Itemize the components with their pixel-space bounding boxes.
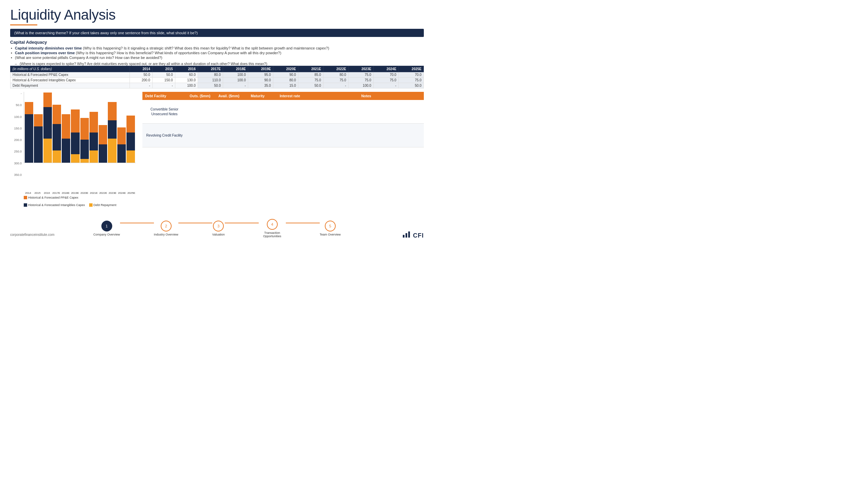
- table-header-2017e: 2017E: [198, 66, 223, 72]
- table-cell: 100.0: [223, 72, 248, 78]
- chart-x-label: 2021E: [90, 191, 98, 195]
- table-cell: -: [323, 83, 348, 88]
- debt-section: Debt Facility Outs. ($mm) Avail. ($mm) M…: [142, 92, 424, 207]
- main-content: 350.0300.0250.0200.0150.0100.050.0- 2014…: [10, 92, 424, 207]
- website-url: corporatefinanceinstitute.com: [10, 233, 55, 237]
- table-header-2025e: 2025E: [398, 66, 423, 72]
- bar-group: [108, 78, 116, 163]
- table-cell: -: [152, 83, 175, 88]
- bar-debt: [71, 154, 79, 163]
- debt-rows: Convertible Senior Unsecured NotesRevolv…: [142, 100, 424, 147]
- bullet-item-1: Capital intensity diminishes over time (…: [10, 46, 424, 50]
- bar-ppe: [53, 105, 61, 124]
- bullet-list: Capital intensity diminishes over time (…: [10, 46, 424, 60]
- debt-cell-outs: [186, 134, 214, 138]
- table-cell: 35.0: [248, 83, 273, 88]
- nav-line: [120, 223, 154, 223]
- chart-x-label: 2024E: [118, 191, 126, 195]
- table-cell: 75.0: [298, 78, 323, 83]
- table-header-2014: 2014: [130, 66, 152, 72]
- bullet-item-3: (What are some potential pitfalls Compan…: [10, 56, 424, 60]
- chart-x-label: 2015: [33, 191, 42, 195]
- debt-cell-facility: Revolving Credit Facility: [142, 131, 186, 140]
- nav-step-3: 4Transaction Opportunities: [259, 219, 286, 238]
- chart-x-label: 2018E: [61, 191, 70, 195]
- table-cell: 100.0: [223, 78, 248, 83]
- table-header-2024e: 2024E: [373, 66, 398, 72]
- chart-x-label: 2023E: [108, 191, 117, 195]
- table-cell: 80.0: [323, 72, 348, 78]
- debt-cell-maturity: [244, 110, 271, 114]
- table-cell: 50.0: [152, 72, 175, 78]
- table-cell: 60.0: [175, 72, 198, 78]
- bar-debt: [43, 139, 52, 163]
- table-cell: 85.0: [298, 72, 323, 78]
- page: Liquidity Analysis (What is the overarch…: [0, 0, 434, 244]
- table-cell: 150.0: [152, 78, 175, 83]
- table-header-2022e: 2022E: [323, 66, 348, 72]
- nav-step-2: 3Valuation: [212, 221, 225, 236]
- table-cell: 80.0: [273, 78, 298, 83]
- theme-bar: (What is the overarching theme? If your …: [10, 29, 424, 37]
- nav-circle[interactable]: 5: [325, 221, 336, 231]
- bar-group: [90, 78, 98, 163]
- bar-ppe: [43, 93, 52, 107]
- table-cell: 110.0: [198, 78, 223, 83]
- table-header-2015: 2015: [152, 66, 175, 72]
- debt-col-mat-header: Maturity: [244, 92, 271, 100]
- chart-labels: 2014201520162017E2018E2019E2020E2021E202…: [10, 191, 136, 195]
- title-underline: [10, 24, 37, 25]
- nav-circle[interactable]: 4: [267, 219, 278, 230]
- table-cell: 15.0: [273, 83, 298, 88]
- debt-cell-notes: [309, 110, 424, 114]
- table-cell: 75.0: [348, 78, 373, 83]
- nav-circle[interactable]: 2: [161, 221, 172, 231]
- chart-legend: Historical & Forecasted PP&E CapexHistor…: [10, 196, 136, 207]
- bar-group: [25, 78, 33, 163]
- cfi-bars-icon: [403, 231, 410, 238]
- bar-group: [62, 78, 70, 163]
- bar-intangibles: [108, 120, 116, 139]
- table-cell: 50.0: [198, 83, 223, 88]
- bar-ppe: [99, 125, 107, 144]
- table-cell: 90.0: [273, 72, 298, 78]
- bar-group: [99, 78, 107, 163]
- chart-x-label: 2025E: [127, 191, 136, 195]
- bar-group: [126, 78, 135, 163]
- nav-circle[interactable]: 1: [101, 221, 112, 231]
- chart-x-label: 2017E: [52, 191, 61, 195]
- nav-step-0: 1Company Overview: [93, 221, 120, 236]
- bar-ppe: [25, 102, 33, 114]
- bar-debt: [126, 150, 135, 163]
- legend-color: [89, 203, 93, 207]
- bar-group: [80, 78, 89, 163]
- bar-debt: [90, 150, 98, 163]
- table-cell: 70.0: [373, 72, 398, 78]
- table-cell: 75.0: [373, 78, 398, 83]
- bar-intangibles: [25, 114, 33, 163]
- bar-group: [53, 78, 61, 163]
- chart-y-axis: 350.0300.0250.0200.0150.0100.050.0-: [10, 92, 23, 177]
- bar-group: [117, 78, 126, 163]
- debt-cell-outs: [186, 110, 214, 114]
- table-cell: 100.0: [348, 83, 373, 88]
- bar-intangibles: [34, 126, 42, 163]
- table-cell: 95.0: [248, 72, 273, 78]
- bar-intangibles: [90, 133, 98, 151]
- debt-cell-maturity: [244, 134, 271, 138]
- table-header-2020e: 2020E: [273, 66, 298, 72]
- debt-cell-rate: [271, 110, 309, 114]
- nav-label: Valuation: [212, 233, 225, 236]
- debt-col-outs-header: Outs. ($mm): [186, 92, 214, 100]
- bar-intangibles: [99, 144, 107, 163]
- bar-group: [71, 78, 79, 163]
- nav-circle[interactable]: 3: [213, 221, 224, 231]
- table-cell: -: [373, 83, 398, 88]
- nav-line: [225, 223, 259, 223]
- chart-x-label: 2016: [42, 191, 51, 195]
- cfi-logo: CFI: [403, 231, 424, 239]
- sub-bullet: (Where is capex expected to spike? Why? …: [10, 62, 424, 66]
- chart-bars: [24, 92, 136, 163]
- table-header-2023e: 2023E: [348, 66, 373, 72]
- bar-ppe: [71, 109, 79, 133]
